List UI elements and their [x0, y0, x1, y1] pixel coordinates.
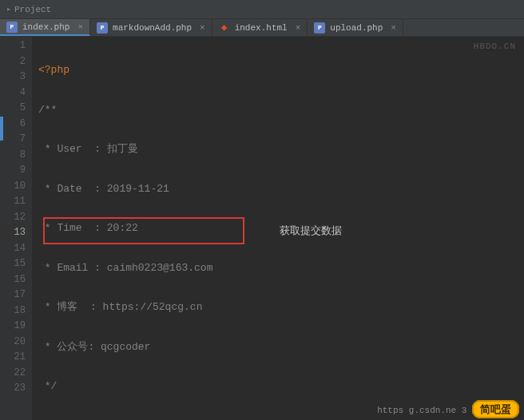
php-icon: P	[6, 22, 18, 33]
watermark: HBDO.CN	[474, 42, 516, 51]
tab-label: index.html	[235, 23, 288, 33]
close-icon[interactable]: ×	[77, 22, 83, 32]
code-comment: * Time : 20:22	[38, 222, 138, 234]
php-icon: P	[97, 22, 108, 34]
collapse-icon[interactable]: ▸	[3, 4, 14, 15]
project-bar: ▸ Project	[0, 0, 524, 19]
php-icon: P	[314, 22, 325, 34]
code-comment: * 博客 : https://52qcg.cn	[38, 301, 202, 313]
code-comment: * User : 扣丁曼	[38, 143, 138, 155]
tab-label: upload.php	[330, 23, 383, 33]
close-icon[interactable]: ×	[296, 23, 301, 33]
logo-badge: 简吧蛋	[472, 400, 519, 418]
code-comment: * Email : caimh0223@163.com	[38, 262, 212, 274]
code-comment: * 公众号: qcgcoder	[38, 341, 150, 353]
code-area[interactable]: <?php /** * User : 扣丁曼 * Date : 2019-11-…	[32, 37, 524, 420]
footer-url: https g.csdn.ne 3	[377, 406, 466, 415]
close-icon[interactable]: ×	[391, 23, 396, 33]
annotation-text: 获取提交数据	[280, 224, 342, 238]
change-marker	[0, 117, 3, 141]
close-icon[interactable]: ×	[200, 23, 205, 33]
code-comment: /**	[38, 104, 57, 116]
code-text: <?php	[38, 64, 69, 76]
tab-markdownadd-php[interactable]: P markdownAdd.php ×	[90, 19, 212, 36]
code-comment: */	[38, 380, 57, 392]
tab-bar: P index.php × P markdownAdd.php × ◆ inde…	[0, 19, 524, 37]
html-icon: ◆	[219, 22, 230, 34]
tab-index-html[interactable]: ◆ index.html ×	[212, 19, 308, 36]
line-gutter: 1 2 3 4 5 6 7 8 9 10 11 12 13 14 15 16 1…	[0, 37, 32, 420]
tab-label: index.php	[22, 22, 69, 32]
code-comment: * Date : 2019-11-21	[38, 183, 169, 195]
tab-index-php[interactable]: P index.php ×	[0, 19, 90, 36]
project-label[interactable]: Project	[14, 5, 51, 14]
code-editor[interactable]: 1 2 3 4 5 6 7 8 9 10 11 12 13 14 15 16 1…	[0, 37, 524, 420]
tab-label: markdownAdd.php	[113, 23, 192, 33]
footer-logo: https g.csdn.ne 3 简吧蛋	[377, 402, 519, 417]
tab-upload-php[interactable]: P upload.php ×	[308, 19, 403, 36]
